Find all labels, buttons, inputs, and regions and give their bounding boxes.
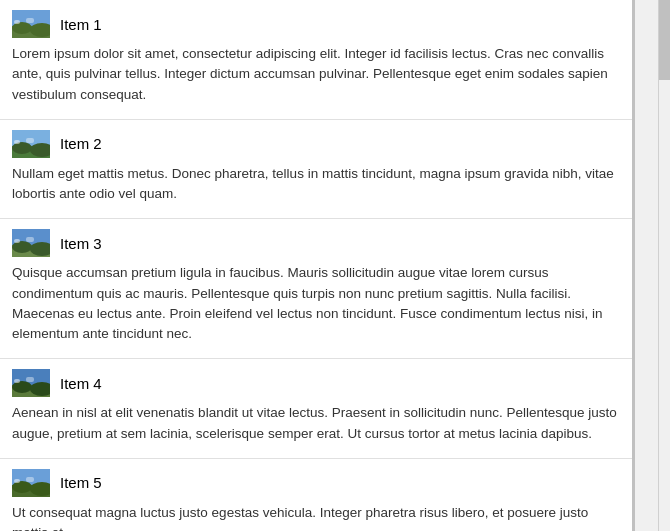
list-item: Item 1Lorem ipsum dolor sit amet, consec… (0, 0, 632, 120)
item-thumbnail (12, 469, 50, 497)
item-text: Quisque accumsan pretium ligula in fauci… (12, 263, 620, 344)
svg-point-26 (12, 481, 32, 493)
item-thumbnail (12, 10, 50, 38)
svg-rect-10 (14, 140, 20, 144)
scrollbar[interactable] (658, 0, 670, 531)
item-thumbnail (12, 229, 50, 257)
item-text: Aenean in nisl at elit venenatis blandit… (12, 403, 620, 444)
item-text: Ut consequat magna luctus justo egestas … (12, 503, 620, 531)
svg-rect-16 (14, 239, 20, 243)
svg-point-14 (12, 241, 32, 253)
svg-rect-29 (26, 477, 34, 482)
item-title: Item 3 (60, 235, 102, 252)
item-title: Item 4 (60, 375, 102, 392)
svg-rect-23 (26, 377, 34, 382)
list-item: Item 3Quisque accumsan pretium ligula in… (0, 219, 632, 359)
svg-rect-11 (26, 138, 34, 143)
item-title: Item 5 (60, 474, 102, 491)
svg-rect-4 (14, 20, 20, 24)
svg-point-20 (12, 381, 32, 393)
item-thumbnail (12, 369, 50, 397)
svg-rect-28 (14, 479, 20, 483)
svg-rect-17 (26, 237, 34, 242)
svg-point-2 (12, 22, 32, 34)
list-item: Item 5Ut consequat magna luctus justo eg… (0, 459, 632, 531)
scrollbar-thumb[interactable] (659, 0, 670, 80)
item-title: Item 1 (60, 16, 102, 33)
item-thumbnail (12, 130, 50, 158)
list-item: Item 4Aenean in nisl at elit venenatis b… (0, 359, 632, 459)
item-text: Nullam eget mattis metus. Donec pharetra… (12, 164, 620, 205)
svg-rect-5 (26, 18, 34, 23)
item-title: Item 2 (60, 135, 102, 152)
svg-rect-22 (14, 379, 20, 383)
list-item: Item 2Nullam eget mattis metus. Donec ph… (0, 120, 632, 220)
svg-point-8 (12, 142, 32, 154)
item-text: Lorem ipsum dolor sit amet, consectetur … (12, 44, 620, 105)
list-container: Item 1Lorem ipsum dolor sit amet, consec… (0, 0, 635, 531)
